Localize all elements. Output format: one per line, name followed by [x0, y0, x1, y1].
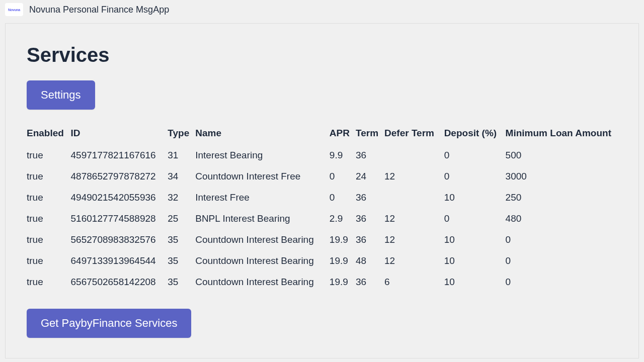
cell-defer	[384, 187, 444, 208]
cell-term: 36	[356, 145, 384, 166]
cell-name: BNPL Interest Bearing	[195, 208, 330, 229]
cell-type: 34	[168, 166, 195, 187]
cell-apr: 0	[330, 166, 356, 187]
cell-enabled: true	[27, 250, 71, 272]
table-row: true565270898383257635Countdown Interest…	[27, 229, 617, 250]
cell-apr: 19.9	[330, 272, 356, 293]
cell-min: 3000	[506, 166, 617, 187]
cell-id: 6497133913964544	[71, 250, 168, 272]
cell-id: 4878652797878272	[71, 166, 168, 187]
table-header-row: Enabled ID Type Name APR Term Defer Term…	[27, 124, 617, 145]
col-header-defer: Defer Term	[384, 124, 444, 145]
cell-name: Interest Bearing	[195, 145, 330, 166]
cell-name: Countdown Interest Free	[195, 166, 330, 187]
cell-name: Interest Free	[195, 187, 330, 208]
col-header-id: ID	[71, 124, 168, 145]
table-row: true656750265814220835Countdown Interest…	[27, 272, 617, 293]
cell-deposit: 0	[444, 166, 506, 187]
cell-defer	[384, 145, 444, 166]
table-row: true487865279787827234Countdown Interest…	[27, 166, 617, 187]
col-header-enabled: Enabled	[27, 124, 71, 145]
cell-defer: 12	[384, 229, 444, 250]
cell-deposit: 0	[444, 208, 506, 229]
cell-enabled: true	[27, 145, 71, 166]
cell-type: 35	[168, 250, 195, 272]
cell-type: 35	[168, 272, 195, 293]
cell-term: 36	[356, 272, 384, 293]
services-table: Enabled ID Type Name APR Term Defer Term…	[27, 124, 617, 293]
cell-id: 5652708983832576	[71, 229, 168, 250]
cell-enabled: true	[27, 272, 71, 293]
cell-apr: 19.9	[330, 250, 356, 272]
cell-apr: 0	[330, 187, 356, 208]
cell-term: 36	[356, 187, 384, 208]
cell-id: 4949021542055936	[71, 187, 168, 208]
cell-type: 31	[168, 145, 195, 166]
cell-defer: 12	[384, 208, 444, 229]
table-row: true459717782116761631Interest Bearing9.…	[27, 145, 617, 166]
cell-name: Countdown Interest Bearing	[195, 250, 330, 272]
cell-defer: 12	[384, 166, 444, 187]
table-row: true494902154205593632Interest Free03610…	[27, 187, 617, 208]
cell-deposit: 0	[444, 145, 506, 166]
cell-enabled: true	[27, 208, 71, 229]
cell-type: 25	[168, 208, 195, 229]
col-header-name: Name	[195, 124, 330, 145]
cell-term: 24	[356, 166, 384, 187]
col-header-min: Minimum Loan Amount	[506, 124, 617, 145]
cell-term: 48	[356, 250, 384, 272]
cell-enabled: true	[27, 187, 71, 208]
cell-apr: 2.9	[330, 208, 356, 229]
cell-min: 500	[506, 145, 617, 166]
brand-logo: Novuna	[5, 3, 23, 16]
settings-button[interactable]: Settings	[27, 80, 95, 110]
cell-id: 4597177821167616	[71, 145, 168, 166]
cell-apr: 9.9	[330, 145, 356, 166]
page-title: Services	[27, 44, 617, 66]
cell-deposit: 10	[444, 250, 506, 272]
col-header-type: Type	[168, 124, 195, 145]
cell-min: 0	[506, 229, 617, 250]
cell-deposit: 10	[444, 272, 506, 293]
cell-deposit: 10	[444, 229, 506, 250]
cell-apr: 19.9	[330, 229, 356, 250]
table-row: true649713391396454435Countdown Interest…	[27, 250, 617, 272]
cell-deposit: 10	[444, 187, 506, 208]
topbar: Novuna Novuna Personal Finance MsgApp	[0, 0, 644, 19]
cell-type: 35	[168, 229, 195, 250]
page-container: Services Settings Enabled ID Type Name A…	[5, 23, 639, 358]
cell-name: Countdown Interest Bearing	[195, 272, 330, 293]
cell-defer: 12	[384, 250, 444, 272]
table-row: true516012777458892825BNPL Interest Bear…	[27, 208, 617, 229]
col-header-deposit: Deposit (%)	[444, 124, 506, 145]
cell-enabled: true	[27, 229, 71, 250]
cell-min: 480	[506, 208, 617, 229]
app-title: Novuna Personal Finance MsgApp	[29, 5, 169, 15]
cell-term: 36	[356, 208, 384, 229]
col-header-apr: APR	[330, 124, 356, 145]
cell-defer: 6	[384, 272, 444, 293]
cell-enabled: true	[27, 166, 71, 187]
cell-term: 36	[356, 229, 384, 250]
cell-min: 0	[506, 250, 617, 272]
cell-id: 5160127774588928	[71, 208, 168, 229]
cell-min: 0	[506, 272, 617, 293]
cell-min: 250	[506, 187, 617, 208]
cell-type: 32	[168, 187, 195, 208]
cell-id: 6567502658142208	[71, 272, 168, 293]
cell-name: Countdown Interest Bearing	[195, 229, 330, 250]
col-header-term: Term	[356, 124, 384, 145]
get-services-button[interactable]: Get PaybyFinance Services	[27, 309, 191, 338]
